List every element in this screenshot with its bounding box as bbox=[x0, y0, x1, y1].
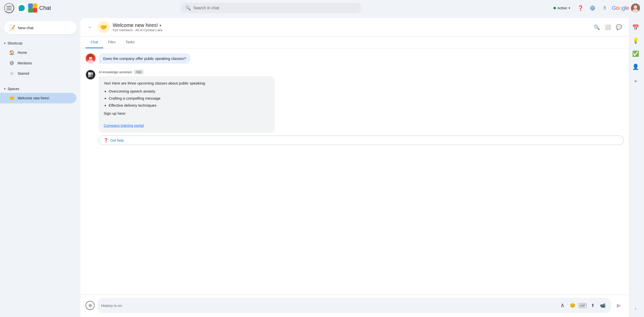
svg-rect-3 bbox=[28, 8, 33, 13]
hamburger-icon bbox=[7, 6, 12, 10]
files-tab-label: Files bbox=[108, 40, 116, 44]
mentions-label: Mentions bbox=[18, 61, 32, 65]
emoji-button[interactable]: 😊 bbox=[568, 301, 577, 310]
get-help-label: Get help bbox=[110, 138, 124, 142]
right-panel: 📅 💡 ✅ 👤 ＋ › bbox=[629, 18, 642, 317]
app-title: Chat bbox=[39, 5, 51, 11]
new-chat-button[interactable]: 📝 New chat bbox=[4, 21, 76, 34]
bot-avatar: ? bbox=[86, 70, 96, 80]
chat-input-wrap: A 😊 GIF ⬆ 📹 bbox=[97, 298, 611, 313]
space-name-chevron-icon[interactable]: ▾ bbox=[159, 23, 161, 27]
keep-icon: 💡 bbox=[632, 37, 639, 44]
ai-label: AI knowledge assistant App bbox=[99, 70, 624, 74]
spaces-header[interactable]: ▾ Spaces bbox=[0, 85, 76, 93]
google-logo: Google bbox=[612, 5, 629, 11]
mentions-icon: @ bbox=[9, 60, 15, 66]
status-dot bbox=[553, 7, 556, 9]
gif-button[interactable]: GIF bbox=[578, 301, 587, 310]
apps-button[interactable]: ⠿ bbox=[600, 3, 610, 13]
tasks-app-button[interactable]: ✅ bbox=[630, 48, 641, 59]
search-input[interactable] bbox=[193, 6, 356, 10]
tab-files[interactable]: Files bbox=[103, 36, 121, 48]
list-item: Effective delivery techniques bbox=[109, 102, 270, 108]
help-button[interactable]: ❓ bbox=[576, 3, 586, 13]
tab-chat[interactable]: Chat bbox=[86, 36, 103, 48]
sidebar: 📝 New chat ▾ Shortcuts 🏠 Home @ Mentions… bbox=[0, 16, 80, 317]
home-icon: 🏠 bbox=[9, 50, 15, 55]
logo-area: Chat bbox=[17, 4, 51, 13]
plus-circle-icon: ⊕ bbox=[88, 303, 92, 308]
star-icon: ☆ bbox=[9, 71, 15, 76]
chat-header: ← 🤝 Welcome new hires! ▾ 510 members · A… bbox=[80, 18, 629, 36]
ai-sender-name: AI knowledge assistant bbox=[99, 70, 132, 74]
space-name: Welcome new hires! bbox=[113, 22, 158, 28]
user-avatar[interactable] bbox=[631, 4, 640, 13]
list-item: Crafting a compelling message bbox=[109, 95, 270, 101]
keep-app-button[interactable]: 💡 bbox=[630, 35, 641, 46]
training-portal-link[interactable]: Company training portal bbox=[104, 123, 144, 128]
starred-label: Starred bbox=[18, 71, 29, 75]
search-bar-inner[interactable]: 🔍 bbox=[180, 3, 361, 13]
svg-rect-4 bbox=[33, 8, 37, 13]
top-bar-left: Chat bbox=[4, 3, 85, 13]
expand-panel-button[interactable]: › bbox=[633, 304, 638, 313]
chat-header-subtitle: 510 members · All of Cymbal Labs bbox=[113, 28, 589, 32]
menu-button[interactable] bbox=[4, 3, 14, 13]
video-call-button[interactable]: 📹 bbox=[598, 301, 607, 310]
tasks-icon: ✅ bbox=[632, 51, 639, 57]
upload-icon: ⬆ bbox=[591, 303, 595, 308]
svg-text:?: ? bbox=[90, 72, 92, 76]
chat-tab-label: Chat bbox=[91, 40, 98, 44]
calendar-app-button[interactable]: 📅 bbox=[630, 22, 641, 33]
text-format-button[interactable]: A bbox=[558, 301, 567, 310]
chat-search-button[interactable]: 🔍 bbox=[592, 22, 602, 32]
back-icon: ← bbox=[88, 25, 92, 30]
chevron-down-icon: ▾ bbox=[4, 42, 6, 45]
svg-point-6 bbox=[634, 5, 637, 9]
ai-intro: Yes! Here are three upcoming classes abo… bbox=[104, 80, 270, 86]
search-icon: 🔍 bbox=[594, 24, 600, 30]
status-button[interactable]: Active ▾ bbox=[550, 4, 574, 12]
contacts-app-button[interactable]: 👤 bbox=[630, 61, 641, 72]
chat-header-actions: 🔍 ⬜ 💬 bbox=[592, 22, 624, 32]
send-button[interactable]: ▶ bbox=[614, 300, 624, 310]
space-emoji: 🤝 bbox=[98, 21, 110, 33]
plus-icon: ＋ bbox=[633, 77, 638, 85]
thread-icon: 💬 bbox=[616, 24, 622, 30]
active-space-label: Welcome new hires! bbox=[18, 96, 49, 100]
tasks-tab-label: Tasks bbox=[126, 40, 135, 44]
tab-tasks[interactable]: Tasks bbox=[120, 36, 140, 48]
svg-rect-1 bbox=[28, 4, 33, 8]
calendar-icon: 📅 bbox=[632, 24, 639, 31]
ai-message-section: AI knowledge assistant App Yes! Here are… bbox=[99, 70, 624, 145]
main-layout: 📝 New chat ▾ Shortcuts 🏠 Home @ Mentions… bbox=[0, 16, 644, 317]
back-button[interactable]: ← bbox=[86, 23, 95, 32]
sidebar-item-welcome-space[interactable]: 🤝 Welcome new hires! bbox=[0, 93, 76, 103]
thread-view-button[interactable]: 💬 bbox=[614, 22, 624, 32]
chat-header-info: Welcome new hires! ▾ 510 members · All o… bbox=[113, 22, 589, 32]
shortcuts-header[interactable]: ▾ Shortcuts bbox=[0, 39, 76, 47]
shortcuts-section: ▾ Shortcuts 🏠 Home @ Mentions ☆ Starred bbox=[0, 38, 80, 80]
sidebar-item-mentions[interactable]: @ Mentions bbox=[0, 58, 76, 68]
sidebar-item-home[interactable]: 🏠 Home bbox=[0, 47, 76, 58]
upload-button[interactable]: ⬆ bbox=[588, 301, 597, 310]
help-circle-icon: ❓ bbox=[103, 138, 108, 143]
user-message-row: Does the company offer public speaking c… bbox=[86, 53, 624, 64]
ai-message-row: ? AI knowledge assistant App Yes! Here a… bbox=[86, 70, 624, 145]
add-app-button[interactable]: ＋ bbox=[631, 76, 640, 86]
get-help-button[interactable]: ❓ Get help bbox=[99, 136, 624, 145]
chat-tabs: Chat Files Tasks bbox=[80, 36, 629, 48]
split-view-button[interactable]: ⬜ bbox=[603, 22, 613, 32]
settings-button[interactable]: ⚙️ bbox=[588, 3, 598, 13]
ai-list: Overcoming speech anxiety Crafting a com… bbox=[109, 88, 270, 108]
add-button[interactable]: ⊕ bbox=[86, 301, 95, 310]
home-label: Home bbox=[18, 51, 27, 55]
status-label: Active bbox=[557, 6, 567, 10]
message-input[interactable] bbox=[101, 303, 555, 308]
chevron-right-icon: › bbox=[635, 306, 636, 311]
search-bar: 🔍 bbox=[180, 3, 361, 13]
sidebar-item-starred[interactable]: ☆ Starred bbox=[0, 68, 76, 79]
grid-icon: ⠿ bbox=[603, 6, 606, 11]
input-bar: ⊕ A 😊 GIF ⬆ bbox=[80, 295, 629, 317]
new-chat-label: New chat bbox=[18, 26, 34, 30]
